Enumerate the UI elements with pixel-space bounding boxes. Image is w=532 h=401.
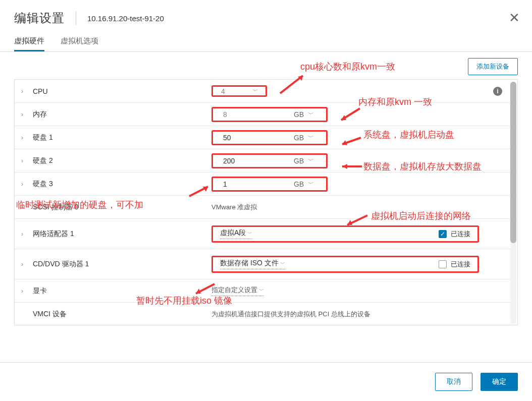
row-vmci: VMCI 设备 为虚拟机通信接口提供支持的虚拟机 PCI 总线上的设备: [15, 303, 517, 325]
nic-connected-checkbox-wrap: ✓ 已连接: [439, 230, 470, 239]
hardware-list: › CPU 4 ﹀ i › 内存 GB: [15, 80, 517, 325]
row-cpu-label: CPU: [30, 87, 211, 95]
cd-source-field: 数据存储 ISO 文件 已连接: [211, 256, 479, 273]
memory-size-field[interactable]: GB ﹀: [211, 107, 328, 122]
row-disk-1-label: 硬盘 1: [30, 133, 211, 142]
info-icon[interactable]: i: [493, 87, 502, 96]
row-nic-label: 网络适配器 1: [30, 230, 211, 239]
disk2-unit-value: GB: [294, 157, 304, 165]
expand-icon[interactable]: ›: [15, 157, 30, 164]
disk2-size-field[interactable]: GB ﹀: [211, 153, 328, 168]
row-scsi-value: VMware 准虚拟: [211, 203, 257, 212]
row-memory: › 内存 GB ﹀: [15, 103, 517, 126]
add-new-device-button[interactable]: 添加新设备: [468, 58, 518, 75]
cd-source-select[interactable]: 数据存储 ISO 文件: [220, 259, 285, 269]
row-video-card: › 显卡 指定自定义设置: [15, 279, 517, 303]
cancel-button[interactable]: 取消: [435, 373, 472, 391]
edit-settings-modal: 编辑设置 10.16.91.20-test-91-20 ✕ 虚拟硬件 虚拟机选项…: [0, 0, 532, 401]
row-memory-label: 内存: [30, 110, 211, 119]
row-scsi-controller: › SCSI 控制器 0 VMware 准虚拟: [15, 196, 517, 219]
cd-connected-label: 已连接: [451, 260, 470, 269]
row-vmci-value: 为虚拟机通信接口提供支持的虚拟机 PCI 总线上的设备: [211, 310, 370, 319]
disk2-size-input[interactable]: [218, 155, 289, 167]
row-cpu: › CPU 4 ﹀ i: [15, 80, 517, 103]
expand-icon[interactable]: ›: [15, 88, 30, 95]
row-scsi-label: SCSI 控制器 0: [30, 203, 211, 212]
disk1-size-field[interactable]: GB ﹀: [211, 130, 328, 145]
scrollbar-thumb[interactable]: [510, 82, 516, 243]
disk3-size-input[interactable]: [218, 178, 289, 190]
chevron-down-icon: ﹀: [252, 87, 265, 95]
nic-network-select[interactable]: 虚拟A段: [220, 228, 252, 239]
row-disk-2: › 硬盘 2 GB ﹀: [15, 149, 517, 173]
expand-icon[interactable]: ›: [15, 134, 30, 141]
chevron-down-icon: ﹀: [308, 156, 314, 165]
modal-footer: 取消 确定: [0, 362, 532, 401]
row-network-adapter: › 网络适配器 1 虚拟A段 ✓ 已连接: [15, 219, 517, 249]
chevron-down-icon: ﹀: [308, 133, 314, 142]
nic-network-field: 虚拟A段 ✓ 已连接: [211, 225, 479, 243]
row-disk-3: › 硬盘 3 GB ﹀: [15, 173, 517, 196]
row-vmci-label: VMCI 设备: [30, 310, 211, 319]
modal-header: 编辑设置 10.16.91.20-test-91-20 ✕: [0, 0, 532, 31]
disk1-unit-value: GB: [294, 134, 304, 142]
chevron-down-icon: ﹀: [308, 110, 314, 119]
ok-button[interactable]: 确定: [481, 373, 518, 391]
title-divider: [76, 11, 76, 25]
disk1-unit-select[interactable]: GB ﹀: [289, 133, 321, 142]
tab-bar: 虚拟硬件 虚拟机选项: [0, 31, 532, 52]
nic-connected-label: 已连接: [451, 230, 470, 239]
toolbar: 添加新设备: [0, 52, 532, 79]
tab-vm-options[interactable]: 虚拟机选项: [61, 36, 98, 51]
row-disk-1: › 硬盘 1 GB ﹀: [15, 126, 517, 149]
disk3-unit-select[interactable]: GB ﹀: [289, 180, 321, 188]
vm-name: 10.16.91.20-test-91-20: [87, 14, 164, 23]
row-disk-3-label: 硬盘 3: [30, 180, 211, 189]
hardware-panel: › CPU 4 ﹀ i › 内存 GB: [14, 79, 518, 325]
nic-connected-checkbox[interactable]: ✓: [439, 230, 447, 238]
memory-size-input[interactable]: [218, 108, 289, 121]
expand-icon[interactable]: ›: [15, 261, 30, 268]
row-cd-dvd: › CD/DVD 驱动器 1 数据存储 ISO 文件 已连接: [15, 249, 517, 279]
row-gpu-label: 显卡: [30, 287, 211, 296]
disk2-unit-select[interactable]: GB ﹀: [289, 156, 321, 165]
row-cd-label: CD/DVD 驱动器 1: [30, 260, 211, 269]
disk3-unit-value: GB: [294, 180, 304, 188]
memory-unit-select[interactable]: GB ﹀: [289, 110, 321, 119]
cd-connected-checkbox-wrap: 已连接: [439, 260, 470, 269]
modal-title: 编辑设置: [14, 10, 65, 26]
disk3-size-field[interactable]: GB ﹀: [211, 177, 328, 192]
expand-icon[interactable]: ›: [15, 231, 30, 238]
gpu-settings-select[interactable]: 指定自定义设置: [211, 285, 264, 296]
close-icon[interactable]: ✕: [509, 11, 520, 24]
memory-unit-value: GB: [294, 110, 304, 119]
row-disk-2-label: 硬盘 2: [30, 156, 211, 165]
cd-connected-checkbox[interactable]: [439, 260, 447, 268]
tab-virtual-hardware[interactable]: 虚拟硬件: [14, 36, 44, 51]
disk1-size-input[interactable]: [218, 132, 289, 144]
expand-icon[interactable]: ›: [15, 181, 30, 188]
expand-icon[interactable]: ›: [15, 288, 30, 295]
expand-icon[interactable]: ›: [15, 204, 30, 211]
expand-icon[interactable]: ›: [15, 111, 30, 118]
cpu-count-select[interactable]: 4 ﹀: [211, 85, 267, 97]
cpu-count-value: 4: [213, 87, 252, 95]
chevron-down-icon: ﹀: [308, 180, 314, 188]
